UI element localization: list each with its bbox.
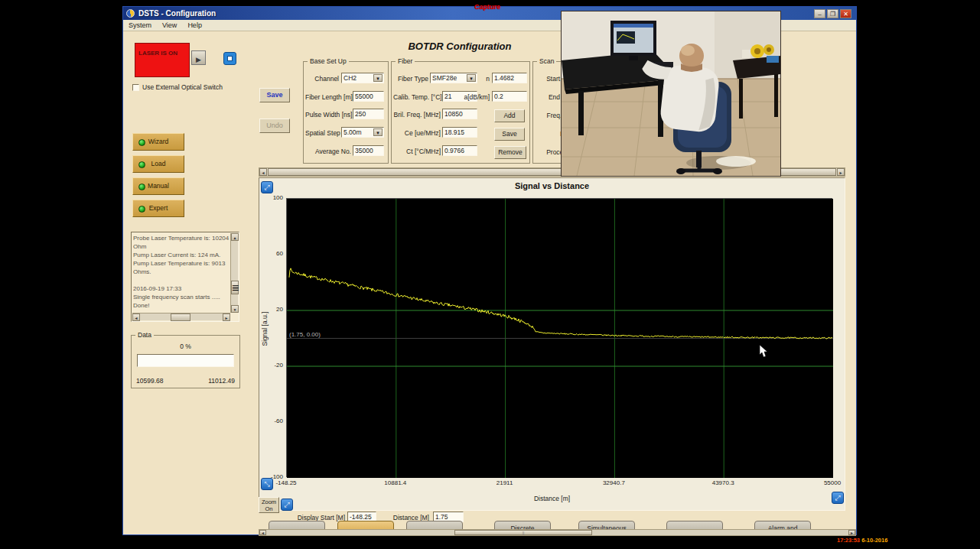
x-tick-label: 21911 [483, 479, 526, 486]
log-line: Done! [133, 301, 230, 310]
channel-select[interactable]: CH2 ▼ [341, 73, 384, 83]
log-line: Pump Laser Temperature is: 9013 Ohms. [133, 259, 230, 276]
x-tick-label: 43970.3 [702, 479, 744, 486]
undo-button[interactable]: Undo [259, 119, 290, 133]
log-line: 2016-09-19 17:33 [133, 284, 230, 293]
chart-title: Signal vs Distance [259, 181, 845, 190]
x-tick-label: 55000 [811, 479, 854, 486]
fiber-save-button[interactable]: Save [494, 128, 525, 141]
green-led-icon [138, 184, 145, 190]
recording-timestamp: 17:23:53 6-10-2016 [837, 537, 887, 544]
n-input[interactable]: 1.4682 [492, 73, 527, 83]
svg-text:(1.75, 0.00): (1.75, 0.00) [289, 331, 321, 338]
minimize-button[interactable]: – [814, 9, 825, 18]
signal-plot[interactable]: (1.75, 0.00) [286, 198, 832, 477]
start-scan-button[interactable]: ▶ [191, 50, 206, 65]
save-config-button[interactable]: Save [259, 88, 290, 102]
checkbox-icon[interactable] [132, 84, 139, 91]
y-tick-label: 20 [259, 306, 283, 313]
average-no-input[interactable]: 35000 [353, 145, 384, 156]
maximize-button[interactable]: ❐ [827, 9, 838, 18]
x-axis-label: Distance [m] [259, 495, 845, 502]
x-tick-label: 10881.4 [374, 479, 417, 486]
data-right-value: 11012.49 [208, 377, 235, 385]
log-line [133, 276, 230, 284]
page-title: BOTDR Configuration [337, 41, 582, 52]
progress-percent: 0 % [132, 343, 239, 350]
y-tick-label: -60 [259, 417, 283, 424]
fiber-group: Fiber Fiber Type SMF28e ▼ n 1.4682 Calib… [391, 61, 530, 164]
window-horizontal-scrollbar[interactable]: ◄ || ► [259, 529, 856, 536]
progress-bar [137, 354, 234, 367]
desktop: DSTS - Configuration – ❐ ✕ SystemViewHel… [0, 0, 980, 549]
scroll-right-icon[interactable]: ► [848, 530, 855, 535]
mode-button-wizard[interactable]: Wizard [132, 133, 184, 151]
base-setup-group: Base Set Up Channel CH2 ▼ Fiber Length [… [303, 61, 389, 164]
attenuation-input[interactable]: 0.2 [492, 91, 527, 102]
mode-button-manual[interactable]: Manual [132, 177, 184, 195]
menu-item-view[interactable]: View [157, 21, 182, 30]
chevron-down-icon[interactable]: ▼ [467, 74, 476, 82]
ce-input[interactable]: 18.915 [442, 127, 477, 138]
y-tick-label: -20 [259, 362, 283, 369]
play-icon: ▶ [196, 56, 201, 63]
status-log: Probe Laser Temperature is: 10204 OhmPum… [131, 232, 239, 322]
ct-input[interactable]: 0.9766 [442, 145, 477, 156]
stop-scan-button[interactable] [223, 52, 236, 65]
capture-watermark: Capture [474, 3, 500, 11]
bril-freq-input[interactable]: 10850 [442, 109, 477, 119]
scroll-right-icon[interactable]: ► [837, 168, 845, 176]
log-text: Probe Laser Temperature is: 10204 OhmPum… [133, 234, 230, 312]
green-led-icon [138, 206, 145, 213]
signal-trace-svg: (1.75, 0.00) [287, 199, 833, 478]
window-title: DSTS - Configuration [138, 9, 216, 18]
x-tick-label: -148.25 [265, 479, 308, 486]
y-tick-label: 100 [259, 194, 283, 201]
external-optical-switch-checkbox[interactable]: Use External Optical Switch [132, 83, 223, 91]
laser-status-indicator: LASER IS ON [135, 43, 190, 77]
chevron-down-icon[interactable]: ▼ [373, 74, 383, 82]
log-line: Single frequency scan starts ..... [133, 293, 230, 301]
app-icon [126, 9, 135, 18]
pulse-width-input[interactable]: 250 [353, 109, 384, 119]
data-left-value: 10599.68 [136, 377, 163, 385]
mode-button-load[interactable]: Load [132, 155, 184, 173]
zoom-on-button[interactable]: ZoomOn [259, 497, 279, 513]
chart-panel: Signal vs Distance ⤢ ⤡ ⤢ Signal [a.u.] D… [259, 177, 845, 511]
x-tick-label: 32940.7 [592, 479, 635, 486]
chart-zoom-reset-icon[interactable]: ⤢ [261, 181, 273, 193]
log-line: Probe Laser Temperature is: 10204 Ohm [133, 234, 230, 251]
menu-item-help[interactable]: Help [182, 21, 207, 30]
scroll-left-icon[interactable]: ◄ [132, 313, 140, 321]
webcam-overlay-photo [561, 11, 781, 177]
scroll-left-icon[interactable]: ◄ [259, 168, 267, 176]
scroll-right-icon[interactable]: ► [223, 313, 230, 321]
close-button[interactable]: ✕ [840, 9, 851, 18]
log-vertical-scrollbar[interactable]: ▲ ≡ ▼ [230, 233, 238, 313]
chevron-down-icon[interactable]: ▼ [373, 128, 383, 136]
green-led-icon [138, 161, 145, 168]
scroll-up-icon[interactable]: ▲ [231, 233, 239, 241]
zoom-tool-icon[interactable]: ⤢ [281, 499, 293, 511]
data-progress-group: Data 0 % 10599.68 11012.49 [131, 335, 240, 388]
fiber-type-select[interactable]: SMF28e ▼ [430, 73, 477, 83]
scroll-down-icon[interactable]: ▼ [231, 305, 239, 313]
green-led-icon [138, 139, 145, 146]
fiber-remove-button[interactable]: Remove [494, 146, 526, 159]
mode-button-expert[interactable]: Expert [132, 200, 184, 217]
spatial-step-select[interactable]: 5.00m ▼ [341, 127, 384, 138]
y-tick-label: 60 [259, 250, 283, 257]
scroll-left-icon[interactable]: ◄ [259, 530, 266, 535]
log-line: Pump Laser Current is: 124 mA. [133, 251, 230, 259]
fiber-add-button[interactable]: Add [494, 109, 525, 122]
menu-item-system[interactable]: System [123, 21, 157, 30]
fiber-length-input[interactable]: 55000 [353, 91, 384, 102]
stop-icon [227, 56, 233, 61]
log-horizontal-scrollbar[interactable]: ◄ ► [132, 313, 230, 320]
